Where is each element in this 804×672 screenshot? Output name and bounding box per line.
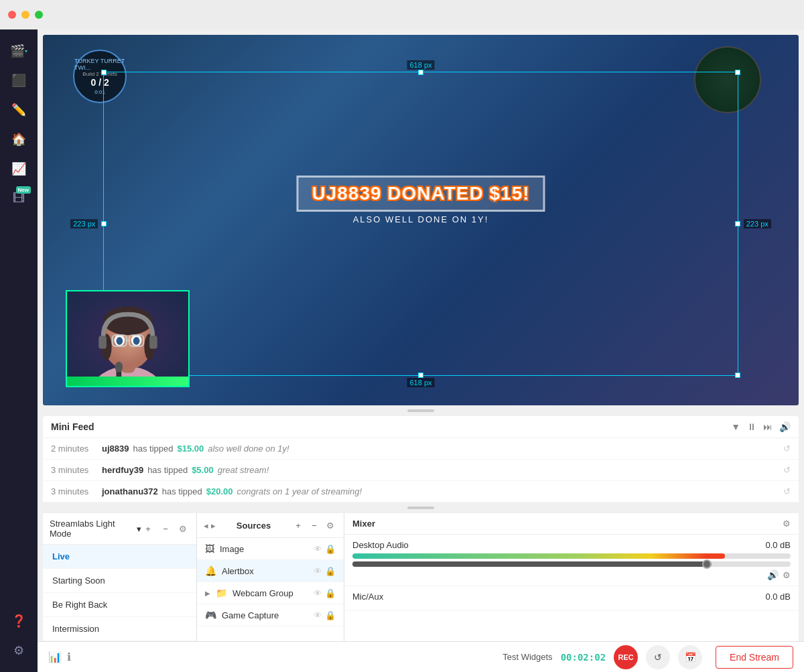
mini-feed: Mini Feed ▼ ⏸ ⏭ 🔊 2 minutes uj8839 has t…: [43, 416, 799, 502]
source-eye-icon[interactable]: 👁: [314, 544, 322, 554]
source-lock-icon-4[interactable]: 🔒: [325, 610, 336, 620]
feed-replay-2[interactable]: ↺: [783, 486, 791, 496]
folder-icon: 📁: [216, 588, 227, 598]
size-label-right: 223 px: [744, 219, 771, 228]
webcam-person: [67, 291, 188, 386]
handle-br[interactable]: [735, 373, 740, 378]
feed-replay-1[interactable]: ↺: [783, 465, 791, 475]
scenes-panel: Streamlabs Light Mode ▾ + − ⚙ Live: [43, 513, 197, 641]
sources-settings-button[interactable]: ⚙: [324, 519, 337, 532]
test-widgets-button[interactable]: Test Widgets: [503, 652, 552, 662]
source-lock-icon-3[interactable]: 🔒: [325, 588, 336, 598]
sidebar-item-camera[interactable]: 🎬 ▾: [5, 38, 32, 64]
source-item-webcam[interactable]: ▶ 📁 Webcam Group 👁 🔒: [197, 582, 344, 604]
source-item-image[interactable]: 🖼 Image 👁 🔒: [197, 538, 344, 560]
game-canvas: TURKEY TURRET TWI... Build 2 Turrets 0 /…: [43, 35, 799, 405]
mini-feed-header: Mini Feed ▼ ⏸ ⏭ 🔊: [43, 416, 799, 438]
mixer-mic-label: Mic/Aux: [352, 592, 383, 602]
feed-amount-2: $20.00: [206, 486, 233, 496]
sources-folder-icon[interactable]: ▸: [211, 521, 216, 531]
scene-item-intermission[interactable]: Intermission: [43, 617, 196, 641]
mixer-desktop-label: Desktop Audio: [352, 540, 409, 550]
mixer-desktop-bar: [352, 553, 725, 559]
source-name-alertbox: Alertbox: [222, 566, 308, 576]
scenes-remove-button[interactable]: −: [159, 522, 172, 535]
stats-icon[interactable]: 📊: [48, 651, 62, 663]
feed-replay-0[interactable]: ↺: [783, 444, 791, 454]
panel-resize-handle-2[interactable]: [407, 507, 434, 509]
minimize-button[interactable]: [21, 11, 29, 19]
mixer-header: Mixer ⚙: [344, 513, 799, 535]
sidebar-item-analytics[interactable]: 📈: [5, 155, 32, 182]
mixer-item-mic: Mic/Aux 0.0 dB: [344, 586, 799, 611]
sidebar-item-home[interactable]: 🏠: [5, 126, 32, 153]
sidebar-item-scenes[interactable]: ⬛: [5, 67, 32, 94]
scenes-icon: ⬛: [11, 73, 26, 88]
source-lock-icon-2[interactable]: 🔒: [325, 566, 336, 576]
panel-resize-handle[interactable]: [407, 409, 434, 412]
source-eye-icon-2[interactable]: 👁: [314, 566, 322, 576]
webcam-svg: [67, 291, 188, 386]
mixer-desktop-controls: 🔊 ⚙: [352, 569, 791, 580]
mini-feed-title: Mini Feed: [51, 421, 94, 432]
volume-icon[interactable]: 🔊: [779, 421, 791, 432]
filter-icon[interactable]: ▼: [731, 421, 740, 432]
feed-action-2: has tipped: [162, 486, 202, 496]
handle-tl[interactable]: [101, 70, 107, 75]
scenes-add-button[interactable]: +: [141, 522, 155, 535]
mixer-desktop-thumb[interactable]: [702, 559, 712, 569]
sidebar-item-new[interactable]: 🎞 New: [5, 185, 32, 212]
scene-label-intermission: Intermission: [52, 624, 99, 634]
analytics-icon: 📈: [11, 161, 26, 176]
source-eye-icon-3[interactable]: 👁: [314, 588, 322, 598]
tools-icon: ✏️: [11, 103, 26, 117]
sources-add-button[interactable]: +: [291, 519, 305, 532]
pause-icon[interactable]: ⏸: [747, 421, 756, 432]
source-lock-icon[interactable]: 🔒: [325, 544, 336, 554]
end-stream-button[interactable]: End Stream: [716, 646, 793, 669]
mixer-desktop-slider[interactable]: [352, 561, 791, 567]
app-container: 🎬 ▾ ⬛ ✏️ 🏠 📈 🎞 New ❓ ⚙: [0, 29, 804, 672]
sidebar-item-tools[interactable]: ✏️: [5, 96, 32, 123]
history-button[interactable]: ↺: [646, 645, 670, 669]
rec-button[interactable]: REC: [614, 645, 638, 669]
source-item-alertbox[interactable]: 🔔 Alertbox 👁 🔒: [197, 560, 344, 582]
sources-nav: ◂ ▸: [204, 521, 216, 531]
source-name-gamecapture: Game Capture: [222, 610, 308, 620]
source-item-gamecapture[interactable]: 🎮 Game Capture 👁 🔒: [197, 604, 344, 626]
scenes-settings-button[interactable]: ⚙: [176, 522, 190, 535]
scenes-dropdown[interactable]: Streamlabs Light Mode ▾: [50, 519, 141, 539]
handle-bm[interactable]: [418, 373, 423, 378]
handle-tr[interactable]: [735, 70, 740, 75]
svg-point-17: [115, 362, 123, 373]
feed-time-1: 3 minutes: [51, 465, 98, 475]
expand-icon[interactable]: ▶: [205, 590, 210, 597]
mixer-settings-icon[interactable]: ⚙: [783, 519, 791, 529]
sources-back-icon[interactable]: ◂: [204, 521, 208, 531]
handle-tm[interactable]: [418, 70, 423, 75]
handle-mr[interactable]: [735, 221, 740, 226]
preview-area: TURKEY TURRET TWI... Build 2 Turrets 0 /…: [43, 35, 799, 405]
info-icon[interactable]: ℹ: [67, 651, 71, 663]
stream-timer: 00:02:02: [561, 652, 606, 663]
sidebar-item-settings[interactable]: ⚙: [5, 637, 32, 664]
sources-remove-button[interactable]: −: [308, 519, 321, 532]
sidebar-item-help[interactable]: ❓: [5, 608, 32, 634]
source-eye-icon-4[interactable]: 👁: [314, 610, 322, 620]
mixer-desktop-gear-icon[interactable]: ⚙: [783, 570, 791, 580]
maximize-button[interactable]: [35, 11, 43, 19]
skip-icon[interactable]: ⏭: [763, 421, 773, 432]
status-left: 📊 ℹ: [48, 651, 71, 663]
size-label-top: 618 px: [407, 60, 434, 70]
scene-item-starting-soon[interactable]: Starting Soon: [43, 569, 196, 593]
donation-text: UJ8839 DONATED $15!: [296, 176, 545, 212]
scene-item-live[interactable]: Live: [43, 545, 196, 569]
close-button[interactable]: [8, 11, 16, 19]
handle-ml[interactable]: [101, 221, 107, 226]
scene-item-brb[interactable]: Be Right Back: [43, 593, 196, 617]
content-area: TURKEY TURRET TWI... Build 2 Turrets 0 /…: [38, 29, 804, 672]
mixer-desktop-mute-icon[interactable]: 🔊: [767, 569, 779, 580]
feed-item-2: 3 minutes jonathanu372 has tipped $20.00…: [43, 481, 799, 502]
webcam-overlay[interactable]: [66, 290, 190, 387]
calendar-button[interactable]: 📅: [678, 645, 702, 669]
